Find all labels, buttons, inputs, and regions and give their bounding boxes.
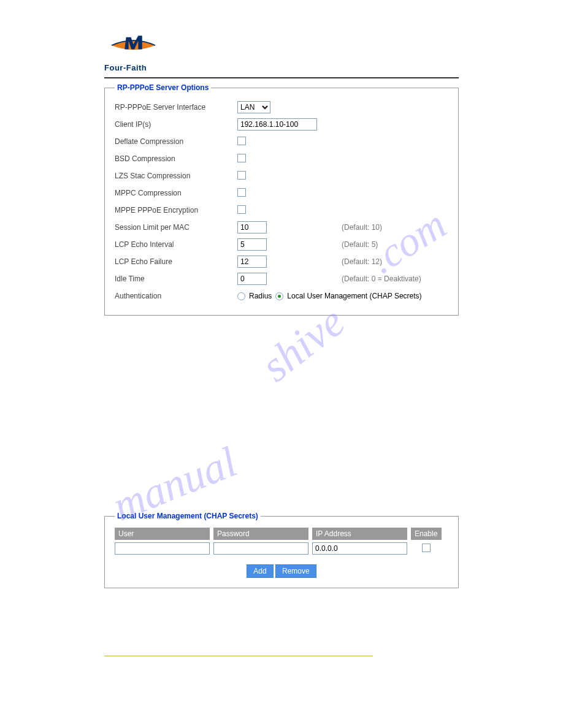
bsd-label: BSD Compression: [115, 154, 237, 163]
idle-label: Idle Time: [115, 275, 237, 283]
enable-checkbox[interactable]: [422, 544, 431, 552]
echo-failure-hint: (Default: 12): [342, 257, 382, 266]
th-ip: IP Address: [312, 528, 407, 540]
four-faith-logo-icon: [104, 28, 163, 61]
idle-input[interactable]: [237, 273, 267, 285]
auth-local-label: Local User Management (CHAP Secrets): [287, 292, 421, 300]
interface-select[interactable]: LAN: [237, 101, 270, 113]
clientip-label: Client IP(s): [115, 120, 237, 129]
echo-interval-input[interactable]: [237, 238, 267, 251]
auth-radius-radio[interactable]: [237, 292, 245, 300]
th-password: Password: [213, 528, 308, 540]
deflate-label: Deflate Compression: [115, 137, 237, 146]
mppc-checkbox[interactable]: [237, 188, 246, 197]
password-input[interactable]: [213, 542, 308, 555]
pppoe-server-fieldset: RP-PPPoE Server Options RP-PPPoE Server …: [104, 83, 459, 316]
th-user: User: [115, 528, 210, 540]
th-enable: Enable: [411, 528, 442, 540]
mppc-label: MPPC Compression: [115, 189, 237, 197]
interface-label: RP-PPPoE Server Interface: [115, 103, 237, 112]
user-table-header: User Password IP Address Enable: [115, 528, 448, 540]
mppe-checkbox[interactable]: [237, 205, 246, 214]
auth-radius-label: Radius: [249, 292, 272, 300]
header-divider: [104, 77, 459, 78]
add-button[interactable]: Add: [247, 564, 273, 578]
clientip-input[interactable]: [237, 118, 317, 131]
mppe-label: MPPE PPPoE Encryption: [115, 206, 237, 214]
deflate-checkbox[interactable]: [237, 137, 246, 145]
logo-area: Four-Faith: [104, 28, 459, 72]
session-hint: (Default: 10): [342, 223, 382, 232]
session-input[interactable]: [237, 221, 267, 233]
logo-text: Four-Faith: [104, 63, 459, 72]
echo-failure-label: LCP Echo Failure: [115, 257, 237, 266]
echo-interval-hint: (Default: 5): [342, 240, 378, 249]
user-table-row: [115, 542, 448, 555]
lzs-label: LZS Stac Compression: [115, 172, 237, 180]
user-input[interactable]: [115, 542, 210, 555]
pppoe-legend: RP-PPPoE Server Options: [115, 83, 211, 92]
session-label: Session Limit per MAC: [115, 223, 237, 232]
remove-button[interactable]: Remove: [275, 564, 316, 578]
footer-divider: [104, 656, 373, 656]
echo-interval-label: LCP Echo Interval: [115, 240, 237, 249]
bsd-checkbox[interactable]: [237, 154, 246, 162]
auth-local-radio[interactable]: [275, 292, 283, 300]
local-user-fieldset: Local User Management (CHAP Secrets) Use…: [104, 512, 459, 588]
lzs-checkbox[interactable]: [237, 171, 246, 180]
local-user-legend: Local User Management (CHAP Secrets): [115, 512, 261, 520]
echo-failure-input[interactable]: [237, 256, 267, 268]
idle-hint: (Default: 0 = Deaktivate): [342, 275, 421, 283]
ip-input[interactable]: [312, 542, 407, 555]
auth-label: Authentication: [115, 292, 237, 300]
